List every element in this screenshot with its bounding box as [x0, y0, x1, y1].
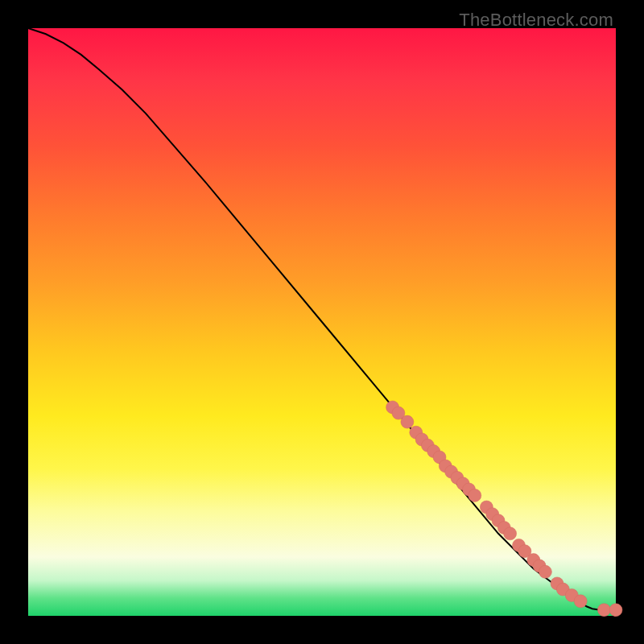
trend-curve	[28, 28, 616, 610]
data-point	[504, 527, 517, 540]
data-point	[574, 595, 587, 608]
chart-overlay-svg	[28, 28, 616, 616]
data-point	[469, 489, 481, 502]
data-point	[401, 415, 414, 428]
data-point	[597, 604, 610, 617]
data-points-group	[386, 401, 622, 617]
data-point	[539, 565, 551, 578]
chart-frame: TheBottleneck.com	[0, 0, 644, 644]
data-point	[609, 604, 622, 617]
